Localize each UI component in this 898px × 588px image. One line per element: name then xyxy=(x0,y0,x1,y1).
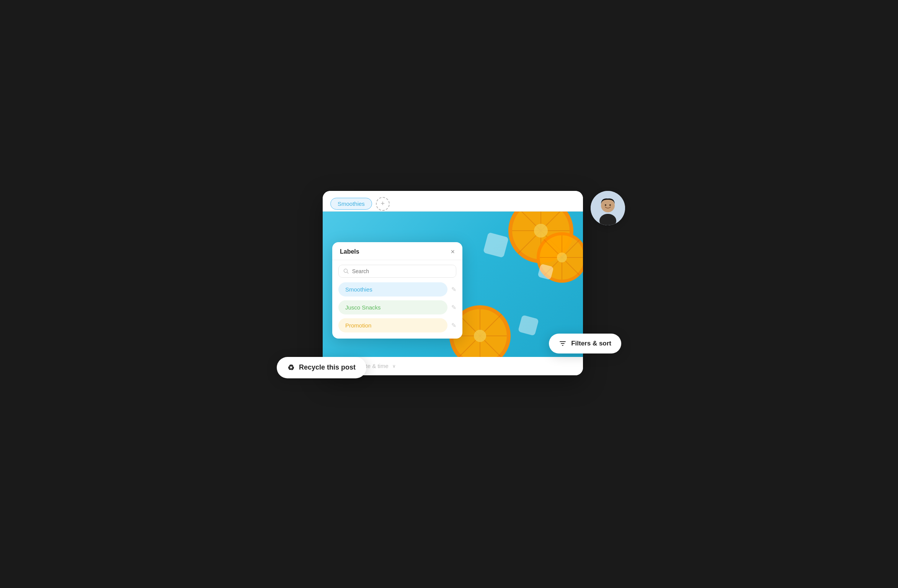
label-row-smoothies: Smoothies ✎ xyxy=(338,282,456,296)
label-list: Smoothies ✎ Jusco Snacks ✎ Promotion ✎ xyxy=(332,282,462,332)
label-chip-smoothies[interactable]: Smoothies xyxy=(338,282,447,296)
edit-jusco-icon[interactable]: ✎ xyxy=(451,304,456,311)
svg-point-30 xyxy=(605,204,606,206)
edit-promotion-icon[interactable]: ✎ xyxy=(451,322,456,329)
search-input[interactable] xyxy=(352,268,451,274)
tab-smoothies[interactable]: Smoothies xyxy=(330,198,372,210)
label-chip-jusco[interactable]: Jusco Snacks xyxy=(338,300,447,314)
tab-bar: Smoothies + xyxy=(323,191,583,211)
svg-point-31 xyxy=(609,204,611,206)
labels-header: Labels × xyxy=(332,242,462,260)
ice-cube-1 xyxy=(483,232,509,257)
filters-sort-button[interactable]: Filters & sort xyxy=(549,334,621,353)
add-tab-button[interactable]: + xyxy=(376,197,390,211)
labels-dropdown: Labels × Smoothies ✎ J xyxy=(332,242,462,339)
chevron-down-icon: ∨ xyxy=(392,363,396,369)
filters-sort-label: Filters & sort xyxy=(571,340,611,347)
avatar xyxy=(591,191,625,225)
label-chip-promotion[interactable]: Promotion xyxy=(338,318,447,332)
recycle-post-label: Recycle this post xyxy=(299,363,356,371)
recycle-post-button[interactable]: ♻ Recycle this post xyxy=(277,357,366,378)
label-row-jusco: Jusco Snacks ✎ xyxy=(338,300,456,314)
search-icon xyxy=(343,268,349,274)
post-image: Labels × Smoothies ✎ J xyxy=(323,212,583,357)
filter-icon xyxy=(559,340,567,347)
labels-search-box xyxy=(338,265,456,278)
close-labels-button[interactable]: × xyxy=(451,248,455,255)
ice-cube-2 xyxy=(518,314,539,336)
svg-line-25 xyxy=(347,272,348,273)
main-card: Smoothies + xyxy=(323,191,583,375)
svg-point-13 xyxy=(474,330,486,342)
user-avatar-image xyxy=(591,191,625,225)
recycle-icon: ♻ xyxy=(287,363,294,372)
edit-smoothies-icon[interactable]: ✎ xyxy=(451,286,456,293)
labels-title: Labels xyxy=(340,248,359,255)
label-row-promotion: Promotion ✎ xyxy=(338,318,456,332)
svg-point-20 xyxy=(557,252,567,262)
